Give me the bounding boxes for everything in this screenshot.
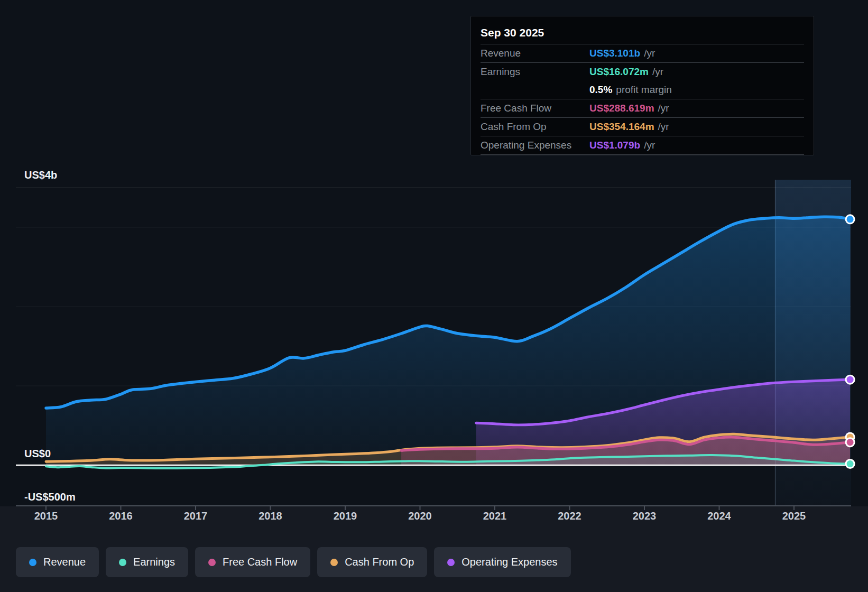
tooltip-label: Free Cash Flow [481, 103, 589, 114]
legend-item-free-cash-flow[interactable]: Free Cash Flow [195, 547, 310, 577]
legend-item-cash-from-op[interactable]: Cash From Op [317, 547, 427, 577]
cash-from-op-legend-dot-icon [330, 559, 338, 566]
earnings-revenue-history-chart: 2015201620172018201920202021202220232024… [0, 0, 868, 592]
tooltip-value-profit-margin: 0.5%profit margin [589, 84, 672, 96]
legend-label: Free Cash Flow [223, 556, 297, 568]
legend-label: Earnings [133, 556, 175, 568]
revenue-legend-dot-icon [29, 559, 36, 566]
tooltip-label: Operating Expenses [481, 140, 589, 151]
x-axis [16, 506, 851, 510]
legend-label: Revenue [43, 556, 86, 568]
tooltip-value-free-cash-flow: US$288.619m/yr [589, 103, 669, 114]
tooltip-date: Sep 30 2025 [481, 22, 804, 44]
tooltip-value-revenue: US$3.101b/yr [589, 48, 655, 59]
y-axis-label: US$4b [24, 169, 57, 181]
data-tooltip: Sep 30 2025 Revenue US$3.101b/yr Earning… [470, 16, 814, 155]
tooltip-row-cash-from-op: Cash From Op US$354.164m/yr [481, 117, 804, 136]
plot-area[interactable] [16, 180, 851, 506]
legend-item-revenue[interactable]: Revenue [16, 547, 99, 577]
tooltip-label: Revenue [481, 48, 589, 59]
x-axis-label-2022: 2022 [558, 510, 581, 522]
x-axis-label-2016: 2016 [109, 510, 133, 522]
earnings-legend-dot-icon [119, 559, 126, 566]
x-axis-label-2025: 2025 [782, 510, 806, 522]
tooltip-row-revenue: Revenue US$3.101b/yr [481, 44, 804, 62]
legend-item-operating-expenses[interactable]: Operating Expenses [434, 547, 570, 577]
x-axis-label-2017: 2017 [184, 510, 208, 522]
tooltip-label: Earnings [481, 66, 589, 78]
tooltip-row-free-cash-flow: Free Cash Flow US$288.619m/yr [481, 99, 804, 117]
x-axis-label-2021: 2021 [483, 510, 507, 522]
x-axis-label-2020: 2020 [408, 510, 432, 522]
free-cash-flow-legend-dot-icon [208, 559, 216, 566]
x-axis-label-2015: 2015 [34, 510, 58, 522]
x-axis-label-2019: 2019 [334, 510, 357, 522]
tooltip-value-earnings: US$16.072m/yr [589, 66, 663, 78]
legend-item-earnings[interactable]: Earnings [106, 547, 188, 577]
tooltip-row-profit-margin: 0.5%profit margin [481, 81, 804, 99]
legend-label: Operating Expenses [461, 556, 557, 568]
legend-label: Cash From Op [345, 556, 414, 568]
tooltip-row-earnings: Earnings US$16.072m/yr [481, 62, 804, 81]
chart-legend: RevenueEarningsFree Cash FlowCash From O… [16, 547, 571, 577]
tooltip-label: Cash From Op [481, 121, 589, 133]
x-axis-label-2018: 2018 [258, 510, 282, 522]
x-axis-label-2024: 2024 [707, 510, 731, 522]
x-axis-label-2023: 2023 [633, 510, 657, 522]
operating-expenses-legend-dot-icon [447, 559, 455, 566]
tooltip-value-cash-from-op: US$354.164m/yr [589, 121, 669, 133]
tooltip-value-operating-expenses: US$1.079b/yr [589, 140, 655, 151]
tooltip-row-operating-expenses: Operating Expenses US$1.079b/yr [481, 136, 804, 155]
